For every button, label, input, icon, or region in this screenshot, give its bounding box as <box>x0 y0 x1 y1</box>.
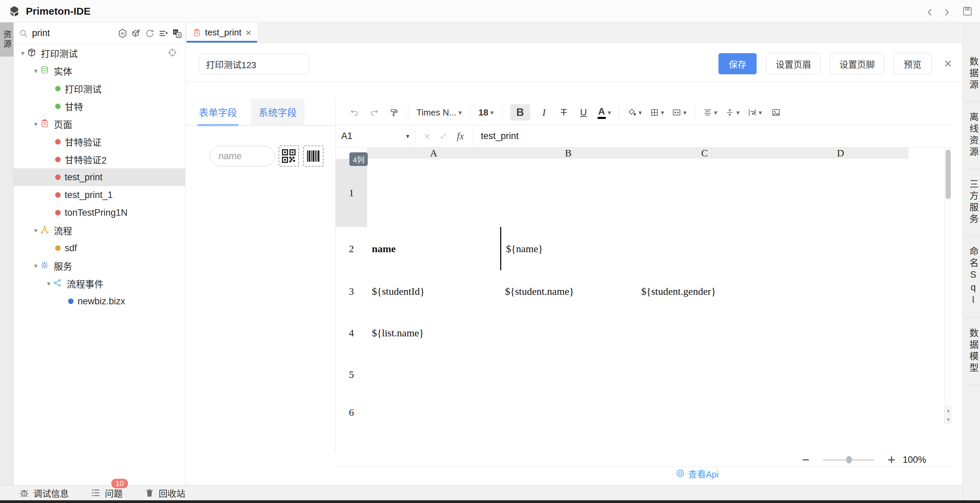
confirm-entry-icon[interactable]: ✓ <box>439 130 448 142</box>
tree-item-甘特验证2[interactable]: 甘特验证2 <box>14 151 186 168</box>
cell-A1[interactable] <box>367 159 510 227</box>
cell-C2[interactable] <box>636 227 783 271</box>
tree-item-sdf[interactable]: sdf <box>14 239 186 257</box>
row-header-5[interactable]: 5 <box>336 353 368 396</box>
cell-C5[interactable] <box>636 353 783 396</box>
tree-item-流程[interactable]: ▾流程 <box>14 222 186 239</box>
set-page-footer-button[interactable]: 设置页脚 <box>830 53 884 74</box>
right-tab-数据源[interactable]: 数据源 <box>963 46 980 102</box>
status-item-调试信息[interactable]: 调试信息 <box>19 487 69 499</box>
view-api-link[interactable]: 查看Api <box>676 468 719 479</box>
barcode-button[interactable] <box>303 145 323 167</box>
undo-button[interactable] <box>349 104 360 121</box>
tree-item-流程事件[interactable]: ▾流程事件 <box>14 275 186 292</box>
font-size-select[interactable]: 18 ▾ <box>479 107 493 118</box>
cell-A6[interactable] <box>367 395 510 424</box>
cell-B6[interactable] <box>500 395 646 424</box>
italic-button[interactable]: I <box>538 104 550 121</box>
tab-close-icon[interactable]: × <box>245 27 251 38</box>
tab-system-fields[interactable]: 系统字段 <box>251 99 304 125</box>
tree-item-服务[interactable]: ▾服务 <box>14 257 186 275</box>
vertical-scrollbar-thumb[interactable] <box>946 150 951 199</box>
col-header-A[interactable]: A <box>367 148 501 159</box>
add-model-icon[interactable] <box>131 28 141 38</box>
cell-A3[interactable]: ${studentId} <box>367 270 510 313</box>
col-header-E[interactable] <box>908 148 945 159</box>
ai-assistant-icon[interactable]: AI <box>118 28 128 38</box>
horizontal-align-button[interactable]: ▾ <box>703 104 718 121</box>
merge-cells-button[interactable]: ▾ <box>672 104 686 121</box>
scroll-down-icon[interactable]: ▼ <box>945 415 952 424</box>
cell-B5[interactable] <box>500 353 646 396</box>
tree-item-newbiz.bizx[interactable]: newbiz.bizx <box>14 292 186 310</box>
format-painter-icon[interactable] <box>388 104 400 121</box>
expand-arrow-icon[interactable]: ▾ <box>31 226 40 235</box>
save-all-icon[interactable] <box>962 5 973 17</box>
cell-A2[interactable]: name <box>367 227 510 271</box>
cell-D2[interactable] <box>773 227 919 271</box>
borders-button[interactable]: ▾ <box>650 104 664 121</box>
search-input[interactable]: print <box>32 28 50 38</box>
cell-B3[interactable]: ${student.name} <box>500 270 646 313</box>
cell-D3[interactable] <box>773 270 918 313</box>
tree-item-页面[interactable]: ▾页面 <box>14 115 186 133</box>
zoom-in-button[interactable]: + <box>884 452 899 468</box>
cell-A4[interactable]: ${list.name} <box>367 312 510 354</box>
zoom-slider[interactable] <box>823 459 874 461</box>
row-header-1[interactable]: 1 <box>336 159 368 227</box>
cell-B1[interactable] <box>500 159 646 227</box>
expand-arrow-icon[interactable]: ▾ <box>31 262 40 270</box>
right-tab-数据模型[interactable]: 数据模型 <box>963 318 980 385</box>
expand-arrow-icon[interactable]: ▾ <box>18 49 27 57</box>
font-family-select[interactable]: Times N... ▾ <box>417 107 462 118</box>
tree-item-打印测试[interactable]: ▾打印测试 <box>14 44 186 62</box>
cell-B2[interactable]: ${name} <box>500 227 648 271</box>
save-button[interactable]: 保存 <box>719 53 757 74</box>
refresh-icon[interactable] <box>145 28 155 38</box>
cell-C1[interactable] <box>636 159 783 227</box>
cell-D5[interactable] <box>773 353 918 396</box>
cancel-entry-icon[interactable]: × <box>424 131 430 142</box>
underline-button[interactable]: U <box>578 104 589 121</box>
grid-corner[interactable] <box>336 148 368 159</box>
tree-item-tonTestPring1N[interactable]: tonTestPring1N <box>14 204 186 222</box>
scroll-up-icon[interactable]: ▲ <box>945 406 952 415</box>
insert-image-button[interactable] <box>770 104 782 121</box>
zoom-out-button[interactable]: − <box>798 453 813 467</box>
cell-A5[interactable] <box>367 353 510 396</box>
row-header-3[interactable]: 3 <box>336 270 368 313</box>
right-tab-离线资源[interactable]: 离线资源 <box>963 102 980 169</box>
fill-color-button[interactable]: ▾ <box>628 104 642 121</box>
strikethrough-button[interactable]: T <box>558 104 570 121</box>
qr-code-button[interactable] <box>278 145 299 167</box>
cell-C6[interactable] <box>636 395 783 424</box>
cell-C4[interactable] <box>636 312 783 354</box>
translate-icon[interactable]: En文 <box>172 28 182 38</box>
zoom-slider-knob[interactable] <box>846 456 852 463</box>
fx-icon[interactable]: fx <box>457 131 464 142</box>
editor-close-icon[interactable]: × <box>939 54 958 73</box>
tree-item-打印测试[interactable]: 打印测试 <box>14 80 186 97</box>
right-tab-三方服务[interactable]: 三方服务 <box>963 169 980 236</box>
tab-test-print[interactable]: test_print × <box>186 22 257 43</box>
tree-item-实体[interactable]: ▾实体 <box>14 62 186 80</box>
cell-B4[interactable] <box>500 312 646 354</box>
col-header-B[interactable]: B <box>500 148 637 159</box>
text-wrap-button[interactable]: ▾ <box>748 104 762 121</box>
cell-D1[interactable] <box>773 159 918 227</box>
cell-D4[interactable] <box>773 312 918 354</box>
row-header-4[interactable]: 4 <box>336 312 368 354</box>
cell-C3[interactable]: ${student.gender} <box>636 270 783 313</box>
cell-name-box[interactable]: A1 ▾ <box>336 125 415 148</box>
nav-forward-icon[interactable]: › <box>944 4 949 19</box>
expand-arrow-icon[interactable]: ▾ <box>31 67 40 75</box>
font-color-button[interactable]: A▾ <box>598 104 611 121</box>
status-item-回收站[interactable]: 回收站 <box>145 487 185 499</box>
right-tab-命名Sql[interactable]: 命名Sql <box>963 236 980 318</box>
preview-button[interactable]: 预览 <box>894 53 932 74</box>
vertical-align-button[interactable]: ▾ <box>725 104 740 121</box>
tree-item-test_print_1[interactable]: test_print_1 <box>14 186 186 204</box>
formula-input[interactable]: test_print <box>473 131 952 141</box>
redo-button[interactable] <box>368 104 380 121</box>
activity-tab-resources[interactable]: 资源 <box>0 22 14 57</box>
